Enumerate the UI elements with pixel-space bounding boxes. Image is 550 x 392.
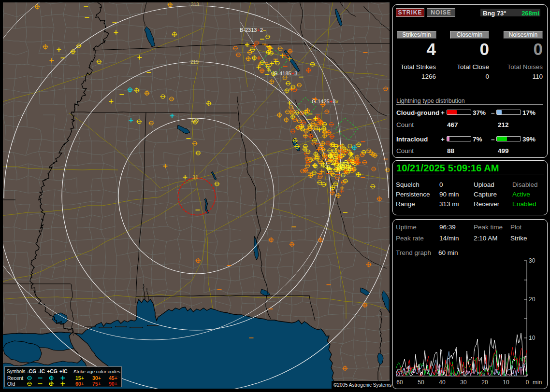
svg-text:20: 20	[529, 296, 536, 303]
svg-text:0: 0	[526, 379, 529, 386]
svg-text:10: 10	[503, 379, 509, 386]
svg-text:min: min	[533, 379, 542, 386]
svg-text:30: 30	[529, 257, 536, 264]
svg-text:20: 20	[481, 379, 488, 386]
svg-text:30: 30	[460, 379, 467, 386]
svg-text:60: 60	[396, 379, 403, 386]
svg-text:10: 10	[529, 335, 536, 341]
svg-text:40: 40	[439, 379, 446, 386]
svg-text:50: 50	[418, 379, 424, 386]
